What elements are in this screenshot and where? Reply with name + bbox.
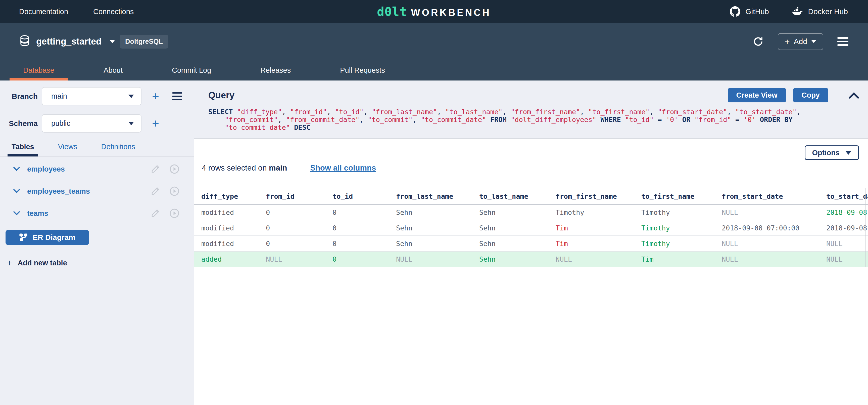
edit-table-icon[interactable] [151,186,160,196]
schema-select[interactable]: public [42,114,142,133]
logo-dolt: d0lt [377,4,407,19]
er-diagram-button[interactable]: ER Diagram [5,230,89,245]
table-cell: Tim [634,255,715,263]
table-cell: NULL [819,255,868,263]
plus-icon: + [785,37,790,47]
column-header-from_id[interactable]: from_id [259,193,326,200]
options-caret-icon [845,151,852,155]
topnav-item-connections[interactable]: Connections [93,7,134,16]
tab-database[interactable]: Database [16,60,61,81]
database-icon [20,35,30,48]
column-header-from_last_name[interactable]: from_last_name [389,193,472,200]
sidebar-tab-views[interactable]: Views [58,143,78,156]
run-table-icon[interactable] [169,208,180,219]
column-header-from_first_name[interactable]: from_first_name [549,193,634,200]
table-item-employees_teams[interactable]: employees_teams [0,180,194,202]
sql-query[interactable]: SELECT "diff_type", "from_id", "to_id", … [208,108,860,131]
results-panel: Options 4 rows selected on main Show all… [194,139,868,405]
edit-table-icon[interactable] [151,164,160,174]
table-cell: NULL [715,255,819,263]
rows-selected-text: 4 rows selected on main [202,164,287,173]
branch-name: main [269,164,287,172]
schema-select-caret-icon [128,122,134,125]
sidebar-tab-definitions[interactable]: Definitions [101,143,135,156]
sidebar: Branch main + Schema public + TablesView… [0,81,194,405]
github-icon [730,6,740,17]
schema-select-value: public [51,119,70,127]
app-logo: d0lt WORKBENCH [377,4,491,19]
tab-pull-requests[interactable]: Pull Requests [333,60,392,81]
table-cell: 0 [326,224,389,232]
sql-line: "from_commit", "from_commit_date", "to_c… [208,116,860,123]
collapse-query-icon[interactable] [848,92,860,99]
results-table: diff_typefrom_idto_idfrom_last_nameto_la… [194,188,868,267]
tab-releases[interactable]: Releases [253,60,298,81]
plus-icon: + [6,258,12,268]
column-header-to_last_name[interactable]: to_last_name [472,193,549,200]
menu-icon[interactable] [837,37,848,46]
branch-select-caret-icon [128,94,134,98]
show-all-columns-link[interactable]: Show all columns [310,164,376,173]
database-header-row: getting_started DoltgreSQL + Add [0,23,868,60]
add-branch-button[interactable]: + [152,90,159,103]
database-type-badge: DoltgreSQL [120,35,168,49]
github-link[interactable]: GitHub [730,6,769,17]
chevron-down-icon[interactable] [13,211,20,216]
chevron-down-icon[interactable] [13,167,20,172]
table-cell: 0 [326,208,389,216]
edit-table-icon[interactable] [151,208,160,218]
table-cell: Tim [549,224,634,232]
dockerhub-link[interactable]: Docker Hub [792,7,848,16]
table-cell: modified [194,208,259,216]
run-table-icon[interactable] [169,186,180,197]
copy-button[interactable]: Copy [793,88,829,103]
table-cell: Timothy [634,224,715,232]
column-header-to_id[interactable]: to_id [326,193,389,200]
summary-row: 4 rows selected on main Show all columns [194,164,868,173]
add-button[interactable]: + Add [778,33,823,50]
add-schema-button[interactable]: + [152,117,159,129]
docker-icon [792,7,803,16]
table-cell: NULL [259,255,326,263]
create-view-button[interactable]: Create View [728,88,786,103]
branch-menu-icon[interactable] [172,92,182,100]
table-cell: 0 [259,224,326,232]
top-nav: DocumentationConnections d0lt WORKBENCH … [0,0,868,23]
table-cell: Sehn [472,224,549,232]
database-selector[interactable]: getting_started [20,35,115,48]
table-name: teams [27,209,48,218]
chevron-down-icon[interactable] [13,189,20,194]
column-header-to_first_name[interactable]: to_first_name [634,193,715,200]
table-cell: Sehn [389,208,472,216]
database-header: getting_started DoltgreSQL + Add [0,23,868,81]
table-item-employees[interactable]: employees [0,158,194,180]
page: DocumentationConnections d0lt WORKBENCH … [0,0,868,405]
branch-row: Branch main + [0,87,194,106]
column-header-diff_type[interactable]: diff_type [194,193,259,200]
tab-about[interactable]: About [96,60,130,81]
add-new-table-button[interactable]: + Add new table [6,258,194,268]
column-header-to_start_date[interactable]: to_start_date [819,193,868,200]
table-row[interactable]: addedNULL0NULLSehnNULLTimNULLNULL [194,252,868,267]
tab-commit-log[interactable]: Commit Log [165,60,218,81]
table-name: employees_teams [27,187,90,196]
table-name: employees [27,165,65,173]
table-item-teams[interactable]: teams [0,202,194,224]
table-row[interactable]: modified00SehnSehnTimothyTimothyNULL2018… [194,205,868,220]
database-caret-icon [110,40,115,43]
schema-label: Schema [0,119,38,128]
branch-select-value: main [51,92,67,100]
options-button[interactable]: Options [805,145,859,160]
run-table-icon[interactable] [169,164,180,174]
query-header: Query Create View Copy [208,88,860,103]
table-row[interactable]: modified00SehnSehnTimTimothyNULLNULL [194,236,868,252]
refresh-icon[interactable] [753,36,764,47]
topnav-item-documentation[interactable]: Documentation [19,7,68,16]
sql-line: "to_commit_date" DESC [208,123,860,131]
database-name[interactable]: getting_started [36,36,101,47]
column-header-from_start_date[interactable]: from_start_date [715,193,819,200]
branch-select[interactable]: main [42,87,142,106]
table-row[interactable]: modified00SehnSehnTimTimothy2018-09-08 0… [194,220,868,236]
table-cell: NULL [389,255,472,263]
sidebar-tab-tables[interactable]: Tables [11,143,34,156]
